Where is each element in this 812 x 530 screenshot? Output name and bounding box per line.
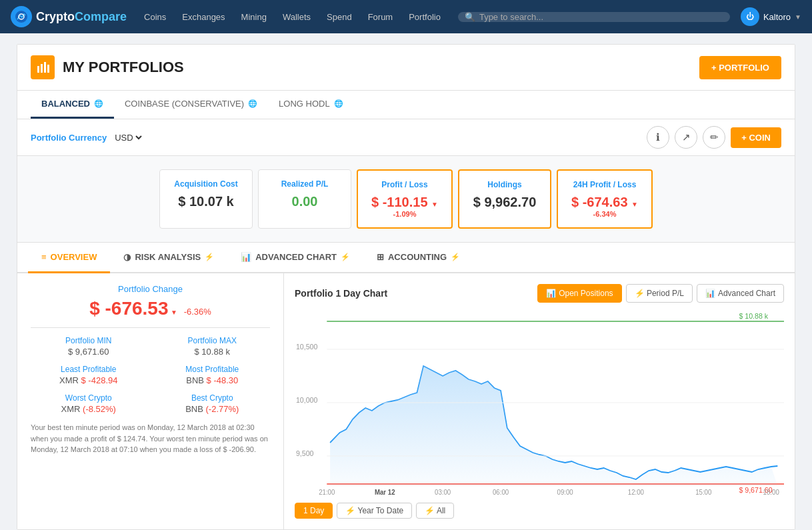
portfolio-max: Portfolio MAX $ 10.88 k <box>155 336 271 357</box>
tab-risk-label: RISK ANALYSIS <box>135 252 201 262</box>
nav-wallets[interactable]: Wallets <box>276 0 317 33</box>
nav-coins[interactable]: Coins <box>137 0 173 33</box>
overview-icon: ≡ <box>41 252 47 262</box>
search-input[interactable] <box>479 12 723 22</box>
overview-stats-grid: Portfolio MIN $ 9,671.60 Portfolio MAX $… <box>31 336 270 357</box>
page-header-left: MY PORTFOLIOS <box>31 55 184 79</box>
logo[interactable]: CryptoCompare <box>11 6 127 27</box>
least-profitable-value: $ -428.94 <box>81 375 118 385</box>
tab-advanced-chart[interactable]: 📊 ADVANCED CHART ⚡ <box>227 243 363 273</box>
nav-mining[interactable]: Mining <box>235 0 273 33</box>
svg-text:09:00: 09:00 <box>557 489 574 496</box>
nav-forum[interactable]: Forum <box>361 0 400 33</box>
right-panel: Portfolio 1 Day Chart 📊 Open Positions ⚡… <box>284 273 795 529</box>
svg-text:03:00: 03:00 <box>435 489 451 496</box>
tab-advanced-label: ADVANCED CHART <box>255 252 337 262</box>
add-coin-button[interactable]: + COIN <box>731 127 781 148</box>
portfolio-icon <box>31 55 55 79</box>
tab-risk-analysis[interactable]: ◑ RISK ANALYSIS ⚡ <box>110 243 227 273</box>
portfolio-min: Portfolio MIN $ 9,671.60 <box>31 336 147 357</box>
advanced-chart-button[interactable]: 📊 Advanced Chart <box>697 284 784 303</box>
stat-24h-value: $ -674.63 ▼ -6.34% <box>571 195 638 218</box>
currency-selector[interactable]: Portfolio Currency USD EUR BTC <box>31 132 144 143</box>
svg-text:10,500: 10,500 <box>296 343 317 351</box>
globe-icon-0: 🌐 <box>94 99 103 108</box>
stat-realized-pl: Realized P/L 0.00 <box>258 169 351 229</box>
svg-rect-5 <box>47 65 49 73</box>
overview-crypto-grid: Worst Crypto XMR (-8.52%) Best Crypto BN… <box>31 393 270 414</box>
least-profitable: Least Profitable XMR $ -428.94 <box>31 365 147 385</box>
least-profitable-label: Least Profitable <box>31 365 147 374</box>
stat-24h-label: 24H Profit / Loss <box>571 180 638 189</box>
worst-crypto-pct: (-8.52%) <box>83 404 116 414</box>
stat-realized-label: Realized P/L <box>272 179 337 189</box>
chevron-down-icon: ▼ <box>795 13 801 21</box>
time-all-button[interactable]: ⚡ All <box>416 503 454 519</box>
time-1day-button[interactable]: 1 Day <box>295 503 333 519</box>
chart-svg: 10,500 10,000 9,500 $ 10.88 k $ 9,671.60 <box>295 309 784 496</box>
open-positions-button[interactable]: 📊 Open Positions <box>537 284 621 303</box>
portfolio-min-value: $ 9,671.60 <box>31 347 147 357</box>
stat-pl-label: Profit / Loss <box>371 180 438 189</box>
share-button[interactable]: ↗ <box>675 126 697 149</box>
main-content: MY PORTFOLIOS + PORTFOLIO BALANCED 🌐 COI… <box>6 33 806 530</box>
most-profitable-coin: BNB $ -48.30 <box>155 375 271 385</box>
risk-icon: ◑ <box>123 252 131 262</box>
info-button[interactable]: ℹ <box>647 126 669 149</box>
content-area: Portfolio Change $ -676.53 ▼ -6.36% Port… <box>17 273 795 529</box>
portfolio-min-label: Portfolio MIN <box>31 336 147 345</box>
stat-holdings-value: $ 9,962.70 <box>473 195 537 210</box>
time-ytd-button[interactable]: ⚡ Year To Date <box>337 503 412 519</box>
logo-compare: Compare <box>75 10 127 23</box>
24h-arrow-icon: ▼ <box>631 201 638 208</box>
stats-row: Acquisition Cost $ 10.07 k Realized P/L … <box>17 156 795 243</box>
change-pct: -6.36% <box>184 307 211 317</box>
tab-long-hodl[interactable]: LONG HODL 🌐 <box>268 91 354 119</box>
tab-overview[interactable]: ≡ OVERVIEW <box>28 243 110 273</box>
edit-button[interactable]: ✏ <box>703 126 725 149</box>
nav-spend[interactable]: Spend <box>320 0 359 33</box>
stat-24h-pl: 24H Profit / Loss $ -674.63 ▼ -6.34% <box>557 169 653 229</box>
period-pl-button[interactable]: ⚡ Period P/L <box>626 284 693 303</box>
change-value: $ -676.53 <box>89 298 168 319</box>
accounting-icon: ⊞ <box>377 252 384 262</box>
adv-chart-icon: 📊 <box>705 289 715 298</box>
svg-text:15:00: 15:00 <box>695 489 712 496</box>
stat-profit-loss: Profit / Loss $ -110.15 ▼ -1.09% <box>357 169 453 229</box>
portfolio-max-label: Portfolio MAX <box>155 336 271 345</box>
svg-rect-3 <box>41 64 43 73</box>
tab-coinbase[interactable]: COINBASE (CONSERVATIVE) 🌐 <box>114 91 268 119</box>
control-buttons: ℹ ↗ ✏ + COIN <box>647 126 781 149</box>
most-profitable: Most Profitable BNB $ -48.30 <box>155 365 271 385</box>
accounting-bolt-icon: ⚡ <box>451 253 460 261</box>
svg-text:18:00: 18:00 <box>763 489 780 496</box>
chart-buttons: 📊 Open Positions ⚡ Period P/L 📊 Advanced… <box>537 284 784 303</box>
tab-accounting[interactable]: ⊞ ACCOUNTING ⚡ <box>363 243 473 273</box>
nav-exchanges[interactable]: Exchanges <box>175 0 231 33</box>
chart-header: Portfolio 1 Day Chart 📊 Open Positions ⚡… <box>295 284 784 303</box>
add-portfolio-button[interactable]: + PORTFOLIO <box>699 56 781 79</box>
best-crypto-label: Best Crypto <box>155 393 271 403</box>
currency-dropdown[interactable]: USD EUR BTC <box>112 132 144 143</box>
search-icon: 🔍 <box>465 12 475 22</box>
user-menu[interactable]: ⏻ Kaltoro ▼ <box>741 7 801 26</box>
main-tabs-bar: ≡ OVERVIEW ◑ RISK ANALYSIS ⚡ 📊 ADVANCED … <box>17 243 795 273</box>
worst-crypto: Worst Crypto XMR (-8.52%) <box>31 393 147 414</box>
tab-balanced[interactable]: BALANCED 🌐 <box>31 91 114 119</box>
stat-acquisition-value: $ 10.07 k <box>173 194 239 209</box>
overview-profit-grid: Least Profitable XMR $ -428.94 Most Prof… <box>31 365 270 385</box>
globe-icon-1: 🌐 <box>248 99 257 108</box>
best-crypto: Best Crypto BNB (-2.77%) <box>155 393 271 414</box>
logo-crypto: Crypto <box>36 10 75 23</box>
svg-text:21:00: 21:00 <box>319 489 335 496</box>
most-profitable-value: $ -48.30 <box>207 375 239 385</box>
chart-container: 10,500 10,000 9,500 $ 10.88 k $ 9,671.60 <box>295 309 784 496</box>
nav-portfolio[interactable]: Portfolio <box>402 0 447 33</box>
stat-acquisition-cost: Acquisition Cost $ 10.07 k <box>159 169 253 229</box>
portfolio-controls: Portfolio Currency USD EUR BTC ℹ ↗ ✏ + C… <box>17 119 795 156</box>
stat-pl-value: $ -110.15 ▼ -1.09% <box>371 195 438 218</box>
chart-icon: 📊 <box>546 289 556 298</box>
svg-text:12:00: 12:00 <box>628 489 645 496</box>
globe-icon-2: 🌐 <box>334 99 343 108</box>
page-header: MY PORTFOLIOS + PORTFOLIO <box>17 45 795 91</box>
